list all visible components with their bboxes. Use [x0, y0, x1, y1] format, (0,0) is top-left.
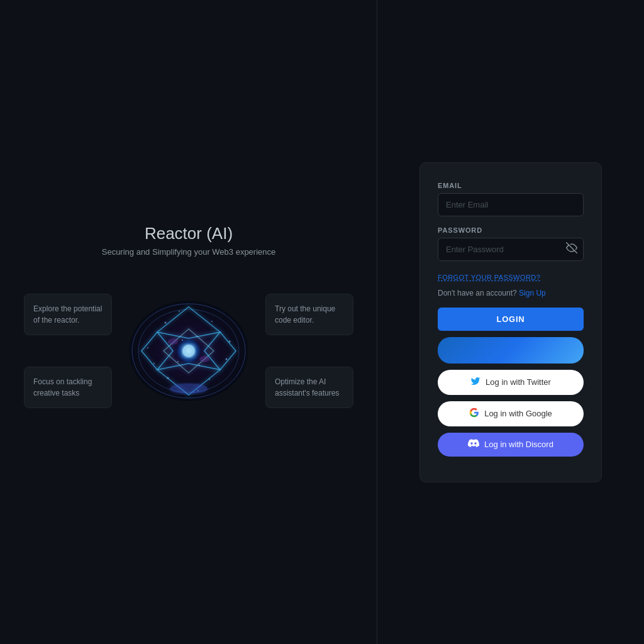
svg-point-21: [196, 336, 197, 337]
forgot-password-link[interactable]: FORGOT YOUR PASSWORD?: [438, 274, 540, 281]
svg-point-19: [153, 363, 155, 364]
email-label: EMAIL: [438, 182, 584, 189]
password-input[interactable]: [438, 238, 584, 261]
app-subtitle: Securing and Simplifying your Web3 exper…: [102, 247, 276, 257]
svg-point-11: [211, 321, 213, 322]
toggle-password-icon[interactable]: [566, 242, 577, 256]
discord-login-button[interactable]: Log in with Discord: [438, 433, 584, 457]
svg-point-14: [167, 377, 169, 379]
svg-point-12: [229, 341, 231, 343]
svg-point-9: [182, 345, 195, 357]
svg-point-26: [170, 384, 208, 394]
feature-card-explore: Explore the potential of the reactor.: [24, 294, 112, 335]
svg-point-20: [182, 340, 183, 341]
feature-grid: Explore the potential of the reactor.: [24, 282, 353, 420]
svg-point-15: [209, 379, 210, 380]
no-account-row: Don't have an account? Sign Up: [438, 289, 584, 297]
discord-login-label: Log in with Discord: [484, 440, 553, 449]
feature-card-optimize: Optimize the AI assistant's features: [265, 367, 353, 408]
twitter-login-button[interactable]: Log in with Twitter: [438, 370, 584, 395]
password-wrapper: [438, 238, 584, 261]
reactor-image: [119, 282, 258, 420]
svg-point-10: [165, 322, 167, 324]
email-group: EMAIL: [438, 182, 584, 216]
twitter-icon: [470, 376, 480, 389]
twitter-login-label: Log in with Twitter: [486, 377, 551, 387]
left-panel: Reactor (AI) Securing and Simplifying yo…: [0, 0, 377, 644]
svg-point-13: [147, 347, 148, 348]
google-login-label: Log in with Google: [484, 409, 552, 418]
svg-point-24: [168, 338, 178, 345]
svg-point-17: [179, 311, 180, 312]
login-button[interactable]: LOGIN: [438, 308, 584, 331]
google-icon: [469, 408, 479, 420]
app-title: Reactor (AI): [145, 224, 233, 243]
feature-card-code: Try out the unique code editor.: [265, 294, 353, 335]
svg-point-25: [199, 356, 209, 362]
feature-card-focus: Focus on tackling creative tasks: [24, 367, 112, 408]
svg-point-16: [226, 358, 228, 360]
blue-gradient-button[interactable]: [438, 337, 584, 364]
email-input[interactable]: [438, 193, 584, 216]
svg-point-22: [177, 361, 179, 362]
sign-up-link[interactable]: Sign Up: [519, 289, 546, 297]
password-label: PASSWORD: [438, 226, 584, 234]
svg-point-23: [199, 365, 200, 366]
login-card: EMAIL PASSWORD FORGOT YOUR PASSWORD?: [419, 162, 602, 482]
discord-icon: [468, 439, 479, 450]
password-group: PASSWORD: [438, 226, 584, 261]
google-login-button[interactable]: Log in with Google: [438, 401, 584, 426]
right-panel: EMAIL PASSWORD FORGOT YOUR PASSWORD?: [377, 0, 644, 644]
